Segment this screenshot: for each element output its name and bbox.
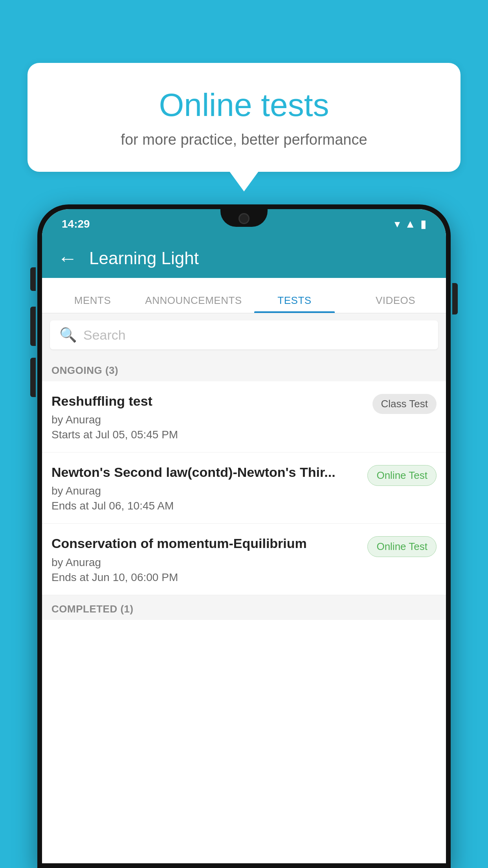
ongoing-section-header: ONGOING (3): [42, 357, 446, 381]
test-author: by Anurag: [51, 485, 360, 497]
test-author: by Anurag: [51, 414, 365, 426]
status-icons: ▾ ▲ ▮: [394, 217, 426, 230]
test-item-content: Conservation of momentum-Equilibrium by …: [51, 535, 360, 583]
app-header: ← Learning Light: [42, 239, 446, 278]
back-button[interactable]: ←: [58, 247, 77, 270]
test-item-content: Newton's Second law(contd)-Newton's Thir…: [51, 463, 360, 512]
signal-icon: ▲: [405, 218, 416, 230]
test-item-content: Reshuffling test by Anurag Starts at Jul…: [51, 392, 365, 441]
search-placeholder: Search: [83, 327, 126, 343]
test-time: Starts at Jul 05, 05:45 PM: [51, 428, 365, 441]
test-list: Reshuffling test by Anurag Starts at Jul…: [42, 381, 446, 595]
phone-frame: 14:29 ▾ ▲ ▮ ← Learning Light MENTS ANNOU…: [37, 204, 451, 868]
battery-icon: ▮: [420, 217, 426, 230]
completed-label: COMPLETED (1): [51, 603, 134, 615]
status-time: 14:29: [62, 218, 90, 230]
wifi-icon: ▾: [394, 217, 400, 230]
speech-bubble: Online tests for more practice, better p…: [28, 63, 460, 172]
search-icon: 🔍: [59, 327, 77, 343]
test-title: Conservation of momentum-Equilibrium: [51, 535, 360, 552]
ongoing-label: ONGOING (3): [51, 364, 118, 376]
notch: [220, 209, 268, 227]
test-badge: Online Test: [367, 465, 437, 486]
phone-screen: 14:29 ▾ ▲ ▮ ← Learning Light MENTS ANNOU…: [42, 209, 446, 863]
speech-bubble-subtitle: for more practice, better performance: [47, 131, 441, 148]
list-item[interactable]: Reshuffling test by Anurag Starts at Jul…: [42, 381, 446, 452]
test-badge: Online Test: [367, 536, 437, 557]
test-badge: Class Test: [372, 394, 437, 414]
tabs-bar: MENTS ANNOUNCEMENTS TESTS VIDEOS: [42, 278, 446, 313]
volume-down-button: [30, 307, 36, 346]
silent-button: [30, 358, 36, 397]
search-container: 🔍 Search: [42, 313, 446, 357]
completed-section-header: COMPLETED (1): [42, 595, 446, 620]
test-title: Newton's Second law(contd)-Newton's Thir…: [51, 463, 360, 481]
search-box[interactable]: 🔍 Search: [50, 320, 438, 349]
status-bar: 14:29 ▾ ▲ ▮: [42, 209, 446, 239]
tab-ments[interactable]: MENTS: [42, 294, 143, 313]
tab-tests[interactable]: TESTS: [244, 294, 345, 313]
front-camera: [238, 213, 250, 224]
volume-up-button: [30, 267, 36, 291]
tab-announcements[interactable]: ANNOUNCEMENTS: [143, 294, 244, 313]
app-title: Learning Light: [89, 248, 199, 268]
power-button: [452, 283, 458, 314]
list-item[interactable]: Conservation of momentum-Equilibrium by …: [42, 524, 446, 595]
speech-bubble-title: Online tests: [47, 86, 441, 123]
tab-videos[interactable]: VIDEOS: [345, 294, 446, 313]
list-item[interactable]: Newton's Second law(contd)-Newton's Thir…: [42, 452, 446, 524]
test-title: Reshuffling test: [51, 392, 365, 410]
test-author: by Anurag: [51, 556, 360, 569]
test-time: Ends at Jun 10, 06:00 PM: [51, 571, 360, 584]
test-time: Ends at Jul 06, 10:45 AM: [51, 500, 360, 512]
